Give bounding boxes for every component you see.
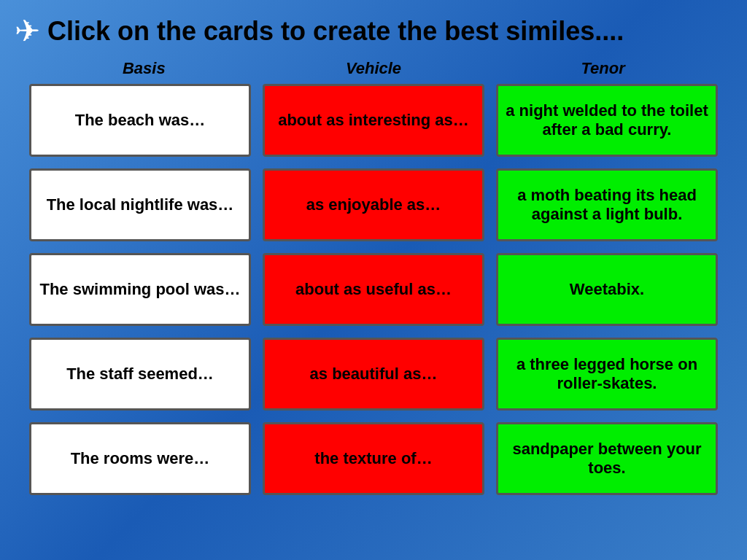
cards-grid: The beach was…about as interesting as…a … xyxy=(0,84,747,502)
page-header: ✈ Click on the cards to create the best … xyxy=(0,0,747,55)
tenor-card-3[interactable]: a three legged horse on roller-skates. xyxy=(496,338,718,411)
tenor-card-0[interactable]: a night welded to the toilet after a bad… xyxy=(496,84,718,157)
vehicle-card-0[interactable]: about as interesting as… xyxy=(263,84,484,157)
vehicle-card-3[interactable]: as beautiful as… xyxy=(263,338,484,411)
vehicle-card-2[interactable]: about as useful as… xyxy=(263,253,484,326)
basis-column-header: Basis xyxy=(29,55,259,84)
tenor-card-4[interactable]: sandpaper between your toes. xyxy=(496,422,718,495)
basis-card-3[interactable]: The staff seemed… xyxy=(29,338,251,411)
page-title: Click on the cards to create the best si… xyxy=(47,16,624,47)
vehicle-column-header: Vehicle xyxy=(259,55,489,84)
vehicle-card-1[interactable]: as enjoyable as… xyxy=(263,168,484,241)
basis-card-2[interactable]: The swimming pool was… xyxy=(29,253,251,326)
tenor-card-2[interactable]: Weetabix. xyxy=(496,253,718,326)
basis-card-4[interactable]: The rooms were… xyxy=(29,422,251,495)
vehicle-card-4[interactable]: the texture of… xyxy=(263,422,484,495)
column-headers: Basis Vehicle Tenor xyxy=(0,55,747,84)
plane-icon: ✈ xyxy=(15,13,40,49)
basis-card-1[interactable]: The local nightlife was… xyxy=(29,168,251,241)
tenor-column-header: Tenor xyxy=(488,55,718,84)
tenor-card-1[interactable]: a moth beating its head against a light … xyxy=(496,168,718,241)
basis-card-0[interactable]: The beach was… xyxy=(29,84,251,157)
